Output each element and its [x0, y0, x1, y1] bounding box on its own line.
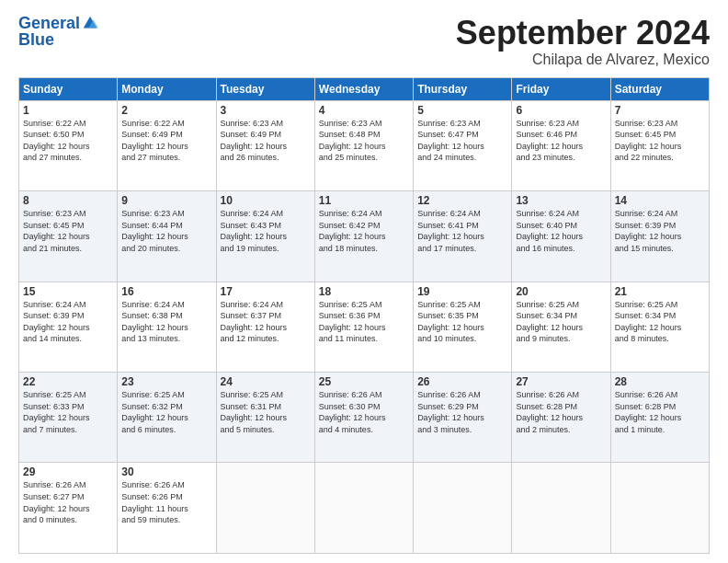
calendar-cell: 10Sunrise: 6:24 AMSunset: 6:43 PMDayligh…: [216, 191, 314, 282]
day-info: Sunrise: 6:24 AMSunset: 6:42 PMDaylight:…: [319, 208, 409, 254]
day-info: Sunrise: 6:23 AMSunset: 6:48 PMDaylight:…: [319, 118, 409, 164]
title-block: September 2024 Chilapa de Alvarez, Mexic…: [456, 15, 710, 68]
calendar-cell: 4Sunrise: 6:23 AMSunset: 6:48 PMDaylight…: [314, 100, 413, 190]
header: General Blue September 2024 Chilapa de A…: [18, 15, 710, 68]
day-number: 13: [516, 194, 606, 207]
day-info: Sunrise: 6:24 AMSunset: 6:39 PMDaylight:…: [23, 299, 113, 345]
day-number: 5: [417, 104, 507, 117]
calendar-cell: 24Sunrise: 6:25 AMSunset: 6:31 PMDayligh…: [216, 373, 314, 463]
calendar-cell: 26Sunrise: 6:26 AMSunset: 6:29 PMDayligh…: [414, 373, 512, 463]
day-number: 14: [615, 194, 705, 207]
calendar-cell: 28Sunrise: 6:26 AMSunset: 6:28 PMDayligh…: [610, 373, 709, 463]
day-info: Sunrise: 6:26 AMSunset: 6:30 PMDaylight:…: [319, 389, 409, 435]
calendar-cell: 9Sunrise: 6:23 AMSunset: 6:44 PMDaylight…: [118, 191, 216, 282]
day-number: 27: [516, 375, 606, 388]
day-number: 4: [319, 104, 409, 117]
calendar-cell: [610, 463, 709, 554]
calendar-cell: 18Sunrise: 6:25 AMSunset: 6:36 PMDayligh…: [314, 282, 413, 372]
day-info: Sunrise: 6:26 AMSunset: 6:26 PMDaylight:…: [121, 479, 211, 525]
calendar-cell: 27Sunrise: 6:26 AMSunset: 6:28 PMDayligh…: [512, 373, 610, 463]
day-number: 1: [23, 104, 113, 117]
calendar-cell: 3Sunrise: 6:23 AMSunset: 6:49 PMDaylight…: [216, 100, 314, 190]
calendar-cell: 13Sunrise: 6:24 AMSunset: 6:40 PMDayligh…: [512, 191, 610, 282]
day-info: Sunrise: 6:26 AMSunset: 6:28 PMDaylight:…: [615, 389, 705, 435]
day-number: 30: [121, 465, 211, 478]
th-wednesday: Wednesday: [314, 77, 413, 100]
day-number: 20: [516, 285, 606, 298]
day-info: Sunrise: 6:24 AMSunset: 6:41 PMDaylight:…: [417, 208, 507, 254]
day-number: 23: [121, 375, 211, 388]
day-info: Sunrise: 6:24 AMSunset: 6:38 PMDaylight:…: [121, 299, 211, 345]
day-number: 28: [615, 375, 705, 388]
th-friday: Friday: [512, 77, 610, 100]
day-number: 9: [121, 194, 211, 207]
header-row: Sunday Monday Tuesday Wednesday Thursday…: [19, 77, 710, 100]
calendar-cell: 25Sunrise: 6:26 AMSunset: 6:30 PMDayligh…: [314, 373, 413, 463]
day-info: Sunrise: 6:26 AMSunset: 6:29 PMDaylight:…: [417, 389, 507, 435]
day-number: 21: [615, 285, 705, 298]
calendar-cell: 15Sunrise: 6:24 AMSunset: 6:39 PMDayligh…: [19, 282, 118, 372]
day-info: Sunrise: 6:24 AMSunset: 6:37 PMDaylight:…: [221, 299, 311, 345]
calendar-cell: 29Sunrise: 6:26 AMSunset: 6:27 PMDayligh…: [19, 463, 118, 554]
day-info: Sunrise: 6:23 AMSunset: 6:47 PMDaylight:…: [417, 118, 507, 164]
calendar-cell: 30Sunrise: 6:26 AMSunset: 6:26 PMDayligh…: [118, 463, 216, 554]
calendar-cell: 22Sunrise: 6:25 AMSunset: 6:33 PMDayligh…: [19, 373, 118, 463]
day-info: Sunrise: 6:23 AMSunset: 6:46 PMDaylight:…: [516, 118, 606, 164]
day-number: 6: [516, 104, 606, 117]
calendar-row-1: 8Sunrise: 6:23 AMSunset: 6:45 PMDaylight…: [19, 191, 710, 282]
day-number: 12: [417, 194, 507, 207]
th-tuesday: Tuesday: [216, 77, 314, 100]
day-info: Sunrise: 6:22 AMSunset: 6:50 PMDaylight:…: [23, 118, 113, 164]
calendar-cell: 21Sunrise: 6:25 AMSunset: 6:34 PMDayligh…: [610, 282, 709, 372]
day-info: Sunrise: 6:22 AMSunset: 6:49 PMDaylight:…: [121, 118, 211, 164]
day-number: 16: [121, 285, 211, 298]
day-info: Sunrise: 6:24 AMSunset: 6:39 PMDaylight:…: [615, 208, 705, 254]
day-info: Sunrise: 6:24 AMSunset: 6:40 PMDaylight:…: [516, 208, 606, 254]
th-thursday: Thursday: [414, 77, 512, 100]
day-number: 8: [23, 194, 113, 207]
th-sunday: Sunday: [19, 77, 118, 100]
calendar-cell: [512, 463, 610, 554]
logo: General Blue: [18, 15, 98, 50]
calendar-cell: 8Sunrise: 6:23 AMSunset: 6:45 PMDaylight…: [19, 191, 118, 282]
logo-icon: [82, 15, 98, 31]
calendar-cell: 2Sunrise: 6:22 AMSunset: 6:49 PMDaylight…: [118, 100, 216, 190]
calendar-cell: 11Sunrise: 6:24 AMSunset: 6:42 PMDayligh…: [314, 191, 413, 282]
calendar-table: Sunday Monday Tuesday Wednesday Thursday…: [18, 77, 710, 554]
day-info: Sunrise: 6:25 AMSunset: 6:34 PMDaylight:…: [615, 299, 705, 345]
day-info: Sunrise: 6:25 AMSunset: 6:35 PMDaylight:…: [417, 299, 507, 345]
day-info: Sunrise: 6:23 AMSunset: 6:45 PMDaylight:…: [615, 118, 705, 164]
month-title: September 2024: [456, 15, 710, 52]
calendar-cell: 1Sunrise: 6:22 AMSunset: 6:50 PMDaylight…: [19, 100, 118, 190]
calendar-cell: 23Sunrise: 6:25 AMSunset: 6:32 PMDayligh…: [118, 373, 216, 463]
day-number: 25: [319, 375, 409, 388]
day-number: 22: [23, 375, 113, 388]
calendar-cell: 6Sunrise: 6:23 AMSunset: 6:46 PMDaylight…: [512, 100, 610, 190]
day-info: Sunrise: 6:23 AMSunset: 6:44 PMDaylight:…: [121, 208, 211, 254]
day-info: Sunrise: 6:25 AMSunset: 6:32 PMDaylight:…: [121, 389, 211, 435]
logo-line2: Blue: [18, 31, 98, 50]
th-saturday: Saturday: [610, 77, 709, 100]
day-number: 3: [221, 104, 311, 117]
calendar-cell: 12Sunrise: 6:24 AMSunset: 6:41 PMDayligh…: [414, 191, 512, 282]
calendar-cell: [216, 463, 314, 554]
day-info: Sunrise: 6:25 AMSunset: 6:33 PMDaylight:…: [23, 389, 113, 435]
page: General Blue September 2024 Chilapa de A…: [0, 0, 728, 563]
day-info: Sunrise: 6:26 AMSunset: 6:28 PMDaylight:…: [516, 389, 606, 435]
location: Chilapa de Alvarez, Mexico: [456, 52, 710, 68]
calendar-cell: [314, 463, 413, 554]
day-info: Sunrise: 6:26 AMSunset: 6:27 PMDaylight:…: [23, 479, 113, 525]
day-number: 24: [221, 375, 311, 388]
day-info: Sunrise: 6:25 AMSunset: 6:34 PMDaylight:…: [516, 299, 606, 345]
calendar-row-4: 29Sunrise: 6:26 AMSunset: 6:27 PMDayligh…: [19, 463, 710, 554]
day-info: Sunrise: 6:24 AMSunset: 6:43 PMDaylight:…: [221, 208, 311, 254]
day-number: 11: [319, 194, 409, 207]
day-number: 19: [417, 285, 507, 298]
day-number: 15: [23, 285, 113, 298]
calendar-row-3: 22Sunrise: 6:25 AMSunset: 6:33 PMDayligh…: [19, 373, 710, 463]
calendar-row-2: 15Sunrise: 6:24 AMSunset: 6:39 PMDayligh…: [19, 282, 710, 372]
day-number: 10: [221, 194, 311, 207]
day-number: 18: [319, 285, 409, 298]
th-monday: Monday: [118, 77, 216, 100]
day-info: Sunrise: 6:25 AMSunset: 6:36 PMDaylight:…: [319, 299, 409, 345]
